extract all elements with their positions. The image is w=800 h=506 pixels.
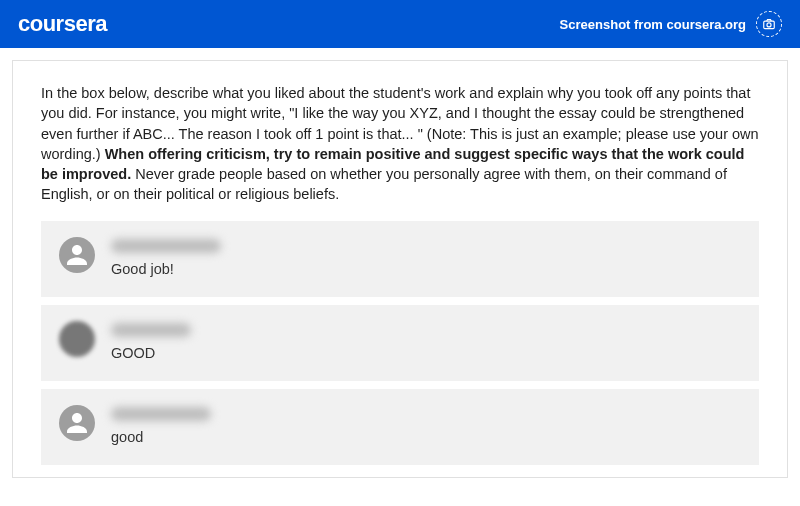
comment-text: GOOD (111, 345, 741, 361)
instructions-part2: Never grade people based on whether you … (41, 166, 727, 202)
review-card: In the box below, describe what you like… (12, 60, 788, 478)
avatar (59, 237, 95, 273)
comment-row: GOOD (41, 305, 759, 381)
comment-body: GOOD (111, 321, 741, 361)
comment-text: Good job! (111, 261, 741, 277)
svg-rect-0 (764, 21, 775, 29)
username-redacted (111, 323, 191, 337)
avatar (59, 405, 95, 441)
content-area: In the box below, describe what you like… (0, 48, 800, 490)
username-redacted (111, 407, 211, 421)
comment-row: Good job! (41, 221, 759, 297)
comment-text: good (111, 429, 741, 445)
instructions-text: In the box below, describe what you like… (41, 83, 759, 205)
camera-icon (756, 11, 782, 37)
svg-point-1 (767, 23, 771, 27)
comment-body: Good job! (111, 237, 741, 277)
avatar (59, 321, 95, 357)
comment-body: good (111, 405, 741, 445)
app-header: coursera Screenshot from coursera.org (0, 0, 800, 48)
coursera-logo: coursera (18, 11, 107, 37)
username-redacted (111, 239, 221, 253)
comment-row: good (41, 389, 759, 465)
header-right: Screenshot from coursera.org (560, 11, 782, 37)
screenshot-label: Screenshot from coursera.org (560, 17, 746, 32)
